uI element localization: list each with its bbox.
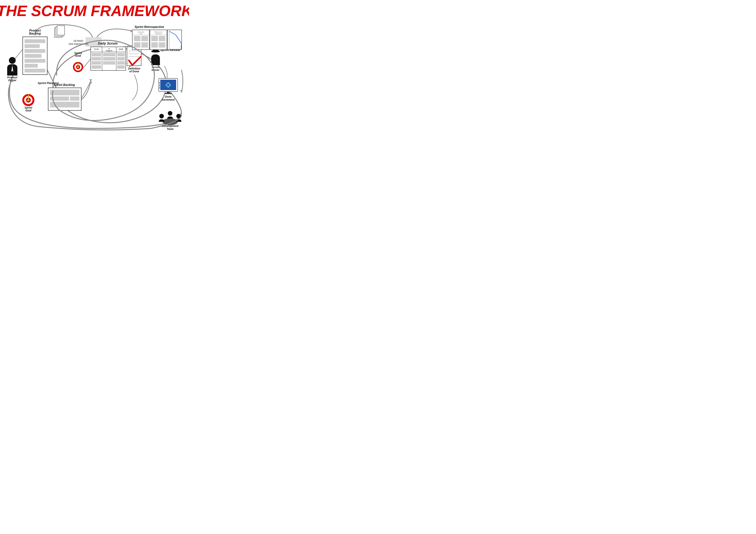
svg-rect-53 <box>117 61 125 64</box>
svg-rect-71 <box>159 85 161 86</box>
svg-rect-18 <box>25 64 38 67</box>
sprint-goal-top-label2: Goal <box>75 54 81 57</box>
main-title: THE SCRUM FRAMEWORK <box>0 2 189 19</box>
svg-rect-45 <box>92 57 101 61</box>
what-went-well-label2: well <box>140 33 142 35</box>
svg-rect-86 <box>159 42 165 48</box>
sprint-backlog-label: Sprint Backlog <box>54 83 75 87</box>
svg-rect-51 <box>117 53 125 56</box>
svg-rect-66 <box>165 85 166 86</box>
sprint-retro-label: Sprint Retrospective <box>135 25 164 29</box>
svg-rect-70 <box>159 82 161 84</box>
inprogress-header2: Progress <box>106 50 113 52</box>
svg-rect-32 <box>70 96 79 101</box>
what-went-well-label: what went <box>137 31 144 33</box>
svg-rect-64 <box>168 82 169 83</box>
todo-header: TO DO <box>94 48 99 50</box>
svg-rect-80 <box>134 42 140 48</box>
svg-point-63 <box>167 84 169 86</box>
svg-rect-13 <box>25 39 45 43</box>
done-increment-label: Done <box>165 95 172 98</box>
definition-done-label: Definition <box>128 67 140 70</box>
svg-rect-16 <box>25 54 41 58</box>
svg-point-10 <box>9 57 16 64</box>
svg-rect-72 <box>159 87 161 89</box>
done-header: DONE <box>119 48 123 50</box>
what-can-improved-label2: improved <box>155 33 161 35</box>
svg-rect-54 <box>117 65 125 69</box>
svg-rect-14 <box>25 44 40 48</box>
svg-rect-50 <box>103 61 115 64</box>
svg-rect-84 <box>159 36 165 41</box>
retro-chart <box>168 30 182 50</box>
what-can-improved-label: What can be <box>154 31 162 33</box>
svg-point-73 <box>163 118 178 125</box>
svg-rect-67 <box>170 85 171 86</box>
sprint-goal-bottom-label2: Goal <box>25 109 31 112</box>
svg-rect-19 <box>25 69 45 72</box>
product-backlog-label2: Backlog <box>29 32 41 35</box>
scrum-master-label2: Master <box>151 68 160 71</box>
product-backlog-label: Product <box>29 29 41 32</box>
svg-rect-68 <box>167 91 170 93</box>
svg-rect-30 <box>50 90 79 95</box>
svg-rect-48 <box>103 53 115 56</box>
svg-rect-15 <box>25 49 45 53</box>
product-owner-label: Product <box>7 76 17 79</box>
done-increment-label2: Increment <box>162 98 175 101</box>
improvement-label: (at least) <box>74 39 83 42</box>
svg-rect-85 <box>151 42 158 48</box>
svg-point-74 <box>159 114 164 118</box>
dev-team-label2: Team <box>167 127 174 131</box>
svg-rect-17 <box>25 59 45 63</box>
svg-rect-52 <box>117 57 125 61</box>
definition-done-label2: of Done <box>129 70 139 73</box>
svg-rect-49 <box>103 57 115 61</box>
sprint-goal-bottom-label: Sprint <box>25 106 33 109</box>
svg-rect-22 <box>57 26 65 35</box>
svg-rect-47 <box>92 65 101 69</box>
inprogress-header: In <box>108 48 110 50</box>
daily-scrum-label: Daily Scrum <box>98 41 118 45</box>
svg-rect-79 <box>141 36 148 41</box>
svg-rect-78 <box>134 36 140 41</box>
svg-rect-65 <box>168 87 169 88</box>
svg-rect-44 <box>92 53 101 56</box>
svg-rect-81 <box>141 42 148 48</box>
svg-rect-83 <box>151 36 158 41</box>
svg-rect-46 <box>92 61 101 64</box>
svg-rect-69 <box>165 93 172 94</box>
svg-point-75 <box>168 111 172 115</box>
